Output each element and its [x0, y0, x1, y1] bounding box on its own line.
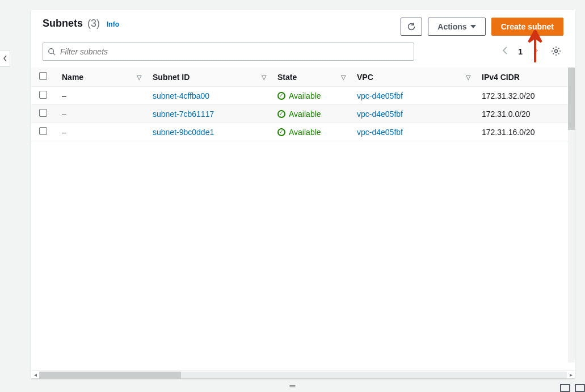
create-subnet-button[interactable]: Create subnet — [491, 18, 563, 36]
chevron-right-icon — [533, 47, 538, 54]
vpc-link[interactable]: vpc-d4e05fbf — [357, 128, 403, 137]
panel-header: Subnets (3) Info Actions Create subnet — [31, 10, 575, 43]
pagination: 1 — [500, 44, 563, 60]
check-circle-icon: ✓ — [277, 92, 285, 100]
cell-state: ✓Available — [277, 91, 343, 100]
info-link[interactable]: Info — [107, 20, 119, 28]
refresh-icon — [407, 22, 416, 31]
sidebar-collapse-toggle[interactable] — [0, 50, 10, 67]
svg-line-1 — [53, 53, 56, 56]
filter-box[interactable] — [43, 43, 414, 61]
title-area: Subnets (3) Info — [43, 18, 119, 29]
bottom-resize-handle[interactable]: ═ — [10, 382, 575, 390]
select-all-checkbox[interactable] — [39, 72, 47, 80]
row-checkbox[interactable] — [39, 109, 47, 117]
actions-label: Actions — [437, 22, 466, 31]
cell-name: – — [55, 123, 146, 141]
sort-icon: ▽ — [466, 73, 470, 81]
layout-icon-1[interactable] — [560, 384, 570, 392]
vertical-scrollbar[interactable] — [568, 68, 575, 363]
chevron-left-icon — [3, 55, 7, 62]
check-circle-icon: ✓ — [277, 110, 285, 118]
col-name[interactable]: Name ▽ — [55, 68, 146, 87]
cell-state: ✓Available — [277, 128, 343, 137]
settings-button[interactable] — [549, 44, 563, 60]
cell-ipv4-cidr: 172.31.32.0/20 — [475, 87, 575, 105]
sort-icon: ▽ — [341, 73, 346, 81]
cell-name: – — [55, 105, 146, 123]
subnet-id-link[interactable]: subnet-4cffba00 — [153, 91, 209, 100]
refresh-button[interactable] — [401, 18, 422, 36]
row-checkbox[interactable] — [39, 127, 47, 135]
next-page-button[interactable] — [531, 44, 541, 59]
col-vpc[interactable]: VPC ▽ — [350, 68, 475, 87]
select-all-header — [31, 68, 55, 87]
table-header-row: Name ▽ Subnet ID ▽ State ▽ VPC — [31, 68, 575, 87]
vertical-scrollbar-thumb[interactable] — [568, 68, 575, 130]
horizontal-scrollbar-thumb[interactable] — [39, 372, 181, 378]
subnets-panel: Subnets (3) Info Actions Create subnet — [31, 10, 575, 378]
cell-ipv4-cidr: 172.31.16.0/20 — [475, 123, 575, 141]
subnet-id-link[interactable]: subnet-7cb61117 — [153, 109, 214, 119]
cell-ipv4-cidr: 172.31.0.0/20 — [475, 105, 575, 123]
cell-name: – — [55, 87, 146, 105]
page-title: Subnets — [43, 18, 83, 29]
scroll-right-arrow[interactable]: ▸ — [567, 372, 575, 378]
page-count: (3) — [87, 18, 100, 29]
gear-icon — [551, 46, 561, 56]
prev-page-button[interactable] — [500, 44, 510, 59]
scroll-left-arrow[interactable]: ◂ — [31, 372, 39, 378]
horizontal-scrollbar-track[interactable] — [39, 372, 567, 378]
svg-point-0 — [49, 49, 54, 54]
search-icon — [48, 48, 56, 56]
filter-row: 1 — [31, 43, 575, 68]
filter-input[interactable] — [60, 47, 409, 56]
header-actions: Actions Create subnet — [401, 18, 563, 36]
bottom-layout-icons — [560, 384, 585, 392]
page-number: 1 — [518, 47, 523, 56]
horizontal-scrollbar[interactable]: ◂ ▸ — [31, 370, 575, 378]
check-circle-icon: ✓ — [277, 128, 285, 136]
layout-icon-2[interactable] — [575, 384, 585, 392]
sort-icon: ▽ — [262, 73, 266, 81]
chevron-left-icon — [502, 47, 508, 54]
actions-button[interactable]: Actions — [428, 18, 485, 36]
vpc-link[interactable]: vpc-d4e05fbf — [357, 109, 403, 119]
vpc-link[interactable]: vpc-d4e05fbf — [357, 91, 403, 100]
caret-down-icon — [470, 25, 476, 28]
sort-icon: ▽ — [137, 73, 141, 81]
row-checkbox[interactable] — [39, 91, 47, 99]
subnet-id-link[interactable]: subnet-9bc0dde1 — [153, 128, 214, 137]
table-row[interactable]: –subnet-7cb61117✓Availablevpc-d4e05fbf17… — [31, 105, 575, 123]
col-ipv4-cidr[interactable]: IPv4 CIDR — [475, 68, 575, 87]
svg-point-2 — [555, 49, 558, 52]
table-row[interactable]: –subnet-9bc0dde1✓Availablevpc-d4e05fbf17… — [31, 123, 575, 141]
col-state[interactable]: State ▽ — [271, 68, 350, 87]
col-subnet-id[interactable]: Subnet ID ▽ — [146, 68, 271, 87]
subnets-table: Name ▽ Subnet ID ▽ State ▽ VPC — [31, 68, 575, 141]
table-container: Name ▽ Subnet ID ▽ State ▽ VPC — [31, 68, 575, 378]
cell-state: ✓Available — [277, 109, 343, 119]
table-row[interactable]: –subnet-4cffba00✓Availablevpc-d4e05fbf17… — [31, 87, 575, 105]
